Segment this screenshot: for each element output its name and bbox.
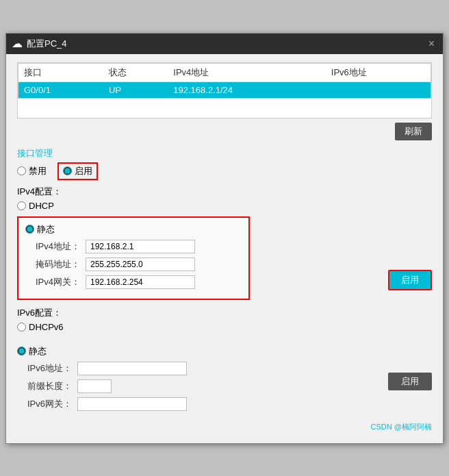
cell-ipv6 bbox=[326, 82, 431, 98]
ipv4-gw-input[interactable] bbox=[86, 275, 195, 289]
window-title: 配置PC_4 bbox=[27, 38, 426, 50]
static-radio-label[interactable]: 静态 bbox=[25, 223, 242, 236]
ipv6-static-radio[interactable] bbox=[17, 347, 26, 355]
ipv6-static-label: 静态 bbox=[29, 345, 47, 358]
enable-radio-label[interactable]: 启用 bbox=[63, 165, 92, 177]
ipv4-ip-label: IPv4地址： bbox=[25, 240, 80, 253]
ipv4-mask-label: 掩码地址： bbox=[25, 258, 80, 271]
close-button[interactable]: × bbox=[426, 36, 437, 51]
dhcp-label: DHCP bbox=[29, 201, 54, 211]
ipv6-gw-label: IPv6网关： bbox=[17, 398, 72, 410]
col-header-status: 状态 bbox=[103, 63, 168, 82]
main-window: ☁ 配置PC_4 × 接口 状态 IPv4地址 IPv6地址 bbox=[5, 33, 444, 444]
ipv6-ip-input[interactable] bbox=[77, 362, 187, 375]
col-header-ipv4: IPv4地址 bbox=[168, 63, 326, 82]
disable-radio-label[interactable]: 禁用 bbox=[17, 165, 47, 177]
ipv4-title: IPv4配置： bbox=[17, 186, 377, 198]
col-header-ipv6: IPv6地址 bbox=[326, 63, 431, 82]
static-box: 静态 IPv4地址： 掩码地址： IPv4网关： bbox=[17, 216, 250, 300]
enable-radio[interactable] bbox=[63, 166, 72, 175]
ipv6-section: IPv6配置： DHCPv6 静态 IPv6地址： bbox=[17, 307, 377, 411]
ipv6-prefix-input[interactable] bbox=[77, 379, 112, 393]
ipv6-title: IPv6配置： bbox=[17, 307, 377, 319]
main-layout: 接口管理 禁用 启用 IPv4配置： bbox=[17, 147, 432, 418]
ipv4-ip-row: IPv4地址： bbox=[25, 240, 242, 253]
watermark: CSDN @楠阿阿楠 bbox=[17, 422, 432, 435]
dhcpv6-radio-label[interactable]: DHCPv6 bbox=[17, 322, 377, 332]
ipv6-prefix-label: 前缀长度： bbox=[17, 380, 72, 392]
refresh-row: 刷新 bbox=[17, 123, 432, 140]
intf-manage-radio-group: 禁用 启用 bbox=[17, 162, 377, 180]
disable-radio[interactable] bbox=[17, 166, 26, 175]
ipv6-prefix-row: 前缀长度： bbox=[17, 379, 377, 393]
static-label: 静态 bbox=[37, 223, 55, 236]
ipv6-ip-row: IPv6地址： bbox=[17, 362, 377, 375]
ipv4-gw-row: IPv4网关： bbox=[25, 275, 242, 289]
interface-table: 接口 状态 IPv4地址 IPv6地址 G0/0/1 UP 192.168.2.… bbox=[18, 63, 431, 99]
cell-status: UP bbox=[103, 82, 168, 98]
right-panel: 启用 启用 bbox=[377, 147, 432, 418]
table-scroll-area[interactable]: 接口 状态 IPv4地址 IPv6地址 G0/0/1 UP 192.168.2.… bbox=[18, 63, 431, 118]
cell-ipv4: 192.168.2.1/24 bbox=[168, 82, 326, 98]
dhcp-radio[interactable] bbox=[17, 201, 26, 210]
content-area: 接口 状态 IPv4地址 IPv6地址 G0/0/1 UP 192.168.2.… bbox=[6, 54, 443, 443]
cloud-icon: ☁ bbox=[12, 37, 23, 50]
ipv4-mask-row: 掩码地址： bbox=[25, 258, 242, 271]
static-radio[interactable] bbox=[25, 225, 34, 234]
ipv6-gw-input[interactable] bbox=[77, 397, 187, 411]
ipv6-gw-row: IPv6网关： bbox=[17, 397, 377, 411]
enable-highlight-box: 启用 bbox=[57, 162, 98, 180]
apply-ipv6-button[interactable]: 启用 bbox=[388, 373, 432, 390]
dhcpv6-label: DHCPv6 bbox=[29, 322, 64, 332]
refresh-button[interactable]: 刷新 bbox=[395, 123, 432, 140]
interface-table-wrap: 接口 状态 IPv4地址 IPv6地址 G0/0/1 UP 192.168.2.… bbox=[17, 62, 432, 118]
dhcpv6-radio[interactable] bbox=[17, 323, 26, 331]
cell-interface: G0/0/1 bbox=[18, 82, 104, 98]
left-panel: 接口管理 禁用 启用 IPv4配置： bbox=[17, 147, 377, 418]
ipv4-ip-input[interactable] bbox=[86, 240, 195, 253]
dhcp-radio-label[interactable]: DHCP bbox=[17, 201, 377, 211]
intf-manage-title: 接口管理 bbox=[17, 147, 377, 160]
ipv4-mask-input[interactable] bbox=[86, 258, 195, 271]
watermark-text: CSDN @楠阿阿楠 bbox=[371, 423, 432, 431]
col-header-interface: 接口 bbox=[18, 63, 104, 82]
ipv6-static-radio-label[interactable]: 静态 bbox=[17, 345, 377, 358]
apply-ipv4-button[interactable]: 启用 bbox=[388, 270, 432, 290]
enable-label: 启用 bbox=[75, 165, 92, 177]
ipv6-ip-label: IPv6地址： bbox=[17, 362, 72, 375]
table-row[interactable]: G0/0/1 UP 192.168.2.1/24 bbox=[18, 82, 431, 98]
ipv4-gw-label: IPv4网关： bbox=[25, 276, 80, 288]
ipv4-section: IPv4配置： DHCP 静态 IPv4地址： bbox=[17, 186, 377, 300]
title-bar: ☁ 配置PC_4 × bbox=[6, 34, 443, 54]
disable-label: 禁用 bbox=[29, 165, 47, 177]
